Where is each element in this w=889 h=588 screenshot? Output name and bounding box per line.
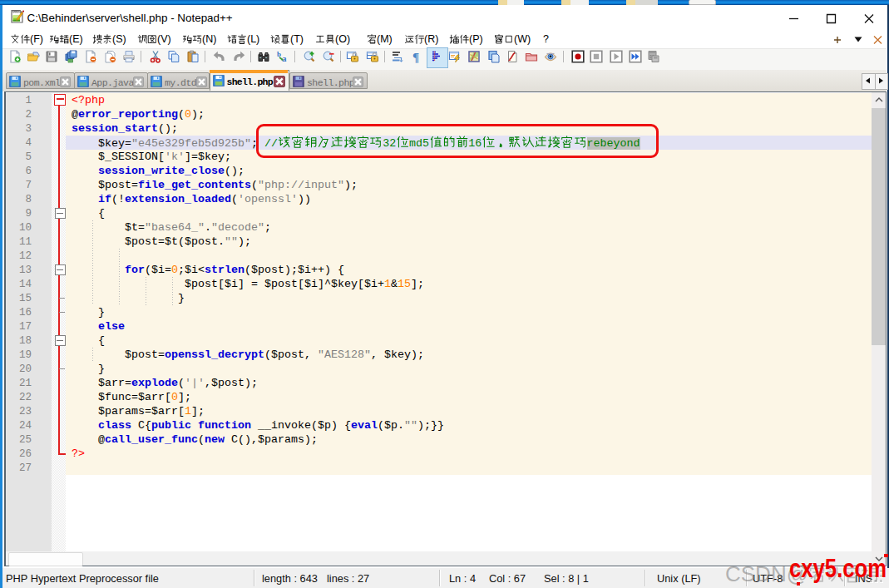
svg-text:a: a	[282, 53, 287, 63]
svg-text:¶: ¶	[412, 51, 419, 64]
svg-text:b: b	[277, 50, 281, 58]
